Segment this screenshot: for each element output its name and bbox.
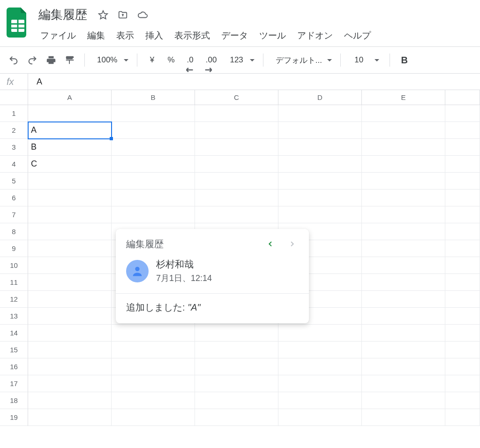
decrease-decimal-button[interactable]: .0	[181, 52, 199, 68]
cell-A9[interactable]	[28, 240, 112, 257]
row-header[interactable]: 9	[0, 240, 28, 257]
cell-B5[interactable]	[112, 173, 195, 190]
cell-C3[interactable]	[195, 139, 278, 156]
row-header[interactable]: 10	[0, 257, 28, 274]
menu-tools[interactable]: ツール	[255, 28, 291, 44]
cell-A13[interactable]	[28, 308, 112, 325]
cell[interactable]	[445, 291, 480, 308]
cell-C6[interactable]	[195, 190, 278, 206]
cell-D16[interactable]	[278, 358, 362, 375]
cell-B1[interactable]	[112, 105, 195, 122]
cell-E17[interactable]	[362, 375, 445, 392]
cell-A4[interactable]: C	[28, 156, 112, 173]
cell-B14[interactable]	[112, 325, 195, 342]
cell-D18[interactable]	[278, 392, 362, 409]
cell-E6[interactable]	[362, 190, 445, 206]
column-header[interactable]: E	[362, 90, 445, 105]
cell[interactable]	[445, 375, 480, 392]
cell-B19[interactable]	[112, 409, 195, 426]
cell-C19[interactable]	[195, 409, 278, 426]
more-formats-dropdown[interactable]: 123	[223, 52, 257, 68]
cell-D5[interactable]	[278, 173, 362, 190]
cell[interactable]	[445, 223, 480, 240]
prev-edit-button[interactable]	[264, 237, 277, 251]
cell-C5[interactable]	[195, 173, 278, 190]
cell[interactable]	[445, 105, 480, 122]
redo-button[interactable]	[23, 52, 41, 68]
cell-E8[interactable]	[362, 223, 445, 240]
menu-view[interactable]: 表示	[112, 28, 139, 44]
cell-D3[interactable]	[278, 139, 362, 156]
cell[interactable]	[445, 274, 480, 291]
increase-decimal-button[interactable]: .00	[200, 52, 223, 68]
column-header[interactable]: A	[28, 90, 112, 105]
format-currency-button[interactable]: ¥	[143, 52, 161, 68]
cell-A17[interactable]	[28, 375, 112, 392]
cell-E9[interactable]	[362, 240, 445, 257]
select-all-corner[interactable]	[0, 90, 28, 105]
row-header[interactable]: 14	[0, 325, 28, 342]
row-header[interactable]: 11	[0, 274, 28, 291]
column-header[interactable]: B	[112, 90, 195, 105]
formula-input[interactable]: A	[28, 77, 42, 87]
row-header[interactable]: 3	[0, 139, 28, 156]
cell-E7[interactable]	[362, 206, 445, 223]
cell-E18[interactable]	[362, 392, 445, 409]
cell-A15[interactable]	[28, 342, 112, 358]
cell-C16[interactable]	[195, 358, 278, 375]
cell[interactable]	[445, 240, 480, 257]
move-folder-icon[interactable]	[116, 8, 129, 22]
cell-D2[interactable]	[278, 122, 362, 139]
row-header[interactable]: 4	[0, 156, 28, 173]
cell-A19[interactable]	[28, 409, 112, 426]
cell-B16[interactable]	[112, 358, 195, 375]
undo-button[interactable]	[5, 52, 22, 68]
cell[interactable]	[445, 409, 480, 426]
cell-C14[interactable]	[195, 325, 278, 342]
cell-A16[interactable]	[28, 358, 112, 375]
cell-E16[interactable]	[362, 358, 445, 375]
cell[interactable]	[445, 257, 480, 274]
row-header[interactable]: 16	[0, 358, 28, 375]
cell-C15[interactable]	[195, 342, 278, 358]
cell-E10[interactable]	[362, 257, 445, 274]
column-header[interactable]	[445, 90, 480, 105]
cell[interactable]	[445, 139, 480, 156]
cell-C18[interactable]	[195, 392, 278, 409]
cell[interactable]	[445, 156, 480, 173]
cell-C4[interactable]	[195, 156, 278, 173]
cell[interactable]	[445, 308, 480, 325]
cell-A7[interactable]	[28, 206, 112, 223]
cell[interactable]	[445, 122, 480, 139]
menu-addons[interactable]: アドオン	[292, 28, 338, 44]
row-header[interactable]: 2	[0, 122, 28, 139]
row-header[interactable]: 19	[0, 409, 28, 426]
cell-B18[interactable]	[112, 392, 195, 409]
row-header[interactable]: 5	[0, 173, 28, 190]
cell-E15[interactable]	[362, 342, 445, 358]
row-header[interactable]: 6	[0, 190, 28, 206]
cell-A12[interactable]	[28, 291, 112, 308]
format-percent-button[interactable]: %	[162, 52, 180, 68]
cell-C17[interactable]	[195, 375, 278, 392]
menu-help[interactable]: ヘルプ	[339, 28, 375, 44]
row-header[interactable]: 12	[0, 291, 28, 308]
row-header[interactable]: 1	[0, 105, 28, 122]
cell-E11[interactable]	[362, 274, 445, 291]
cell-E12[interactable]	[362, 291, 445, 308]
cell-A1[interactable]	[28, 105, 112, 122]
column-header[interactable]: D	[278, 90, 362, 105]
cell-D1[interactable]	[278, 105, 362, 122]
zoom-dropdown[interactable]: 100%	[90, 52, 131, 68]
cell-B17[interactable]	[112, 375, 195, 392]
cell-A6[interactable]	[28, 190, 112, 206]
cell-D19[interactable]	[278, 409, 362, 426]
cell-E3[interactable]	[362, 139, 445, 156]
cell-D17[interactable]	[278, 375, 362, 392]
cell-E19[interactable]	[362, 409, 445, 426]
bold-button[interactable]: B	[396, 52, 413, 68]
cell-E13[interactable]	[362, 308, 445, 325]
document-title[interactable]: 編集履歴	[36, 6, 90, 24]
print-button[interactable]	[42, 52, 60, 68]
cell-B15[interactable]	[112, 342, 195, 358]
